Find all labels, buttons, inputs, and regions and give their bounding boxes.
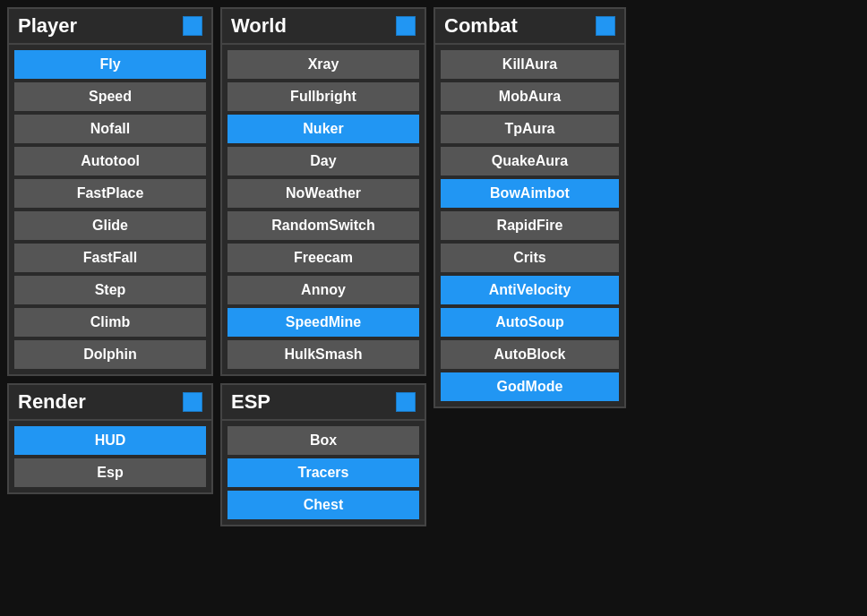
player-btn-fastplace[interactable]: FastPlace: [14, 179, 206, 208]
player-btn-fly[interactable]: Fly: [14, 50, 206, 79]
combat-panel-header: Combat: [435, 9, 624, 45]
world-btn-speedmine[interactable]: SpeedMine: [227, 308, 419, 337]
render-panel-header: Render: [9, 385, 211, 421]
esp-btn-chest[interactable]: Chest: [227, 491, 419, 519]
combat-btn-bowaimbot[interactable]: BowAimbot: [441, 179, 619, 208]
world-btn-day[interactable]: Day: [227, 147, 419, 175]
world-btn-randomswitch[interactable]: RandomSwitch: [227, 211, 419, 240]
combat-btn-rapidfire[interactable]: RapidFire: [441, 211, 619, 240]
world-btn-fullbright[interactable]: Fullbright: [227, 82, 419, 111]
world-panel-title: World: [231, 14, 287, 38]
combat-btn-autosoup[interactable]: AutoSoup: [441, 308, 619, 337]
esp-panel: ESP BoxTracersChest: [220, 383, 426, 526]
middle-column: World XrayFullbrightNukerDayNoWeatherRan…: [220, 7, 426, 526]
world-panel: World XrayFullbrightNukerDayNoWeatherRan…: [220, 7, 426, 376]
combat-btn-killaura[interactable]: KillAura: [441, 50, 619, 79]
player-panel-body: FlySpeedNofallAutotoolFastPlaceGlideFast…: [9, 45, 211, 374]
player-panel: Player FlySpeedNofallAutotoolFastPlaceGl…: [7, 7, 213, 376]
world-btn-noweather[interactable]: NoWeather: [227, 179, 419, 208]
combat-btn-antivelocity[interactable]: AntiVelocity: [441, 276, 619, 304]
render-panel-title: Render: [18, 390, 86, 414]
render-panel-body: HUDEsp: [9, 421, 211, 492]
esp-btn-tracers[interactable]: Tracers: [227, 458, 419, 487]
right-column: Combat KillAuraMobAuraTpAuraQuakeAuraBow…: [434, 7, 626, 408]
render-btn-esp[interactable]: Esp: [14, 458, 206, 487]
world-btn-xray[interactable]: Xray: [227, 50, 419, 79]
render-panel: Render HUDEsp: [7, 383, 213, 494]
world-panel-body: XrayFullbrightNukerDayNoWeatherRandomSwi…: [222, 45, 425, 374]
world-panel-header: World: [222, 9, 425, 45]
player-btn-glide[interactable]: Glide: [14, 211, 206, 240]
esp-panel-body: BoxTracersChest: [222, 421, 425, 525]
combat-btn-quakeaura[interactable]: QuakeAura: [441, 147, 619, 175]
world-btn-freecam[interactable]: Freecam: [227, 244, 419, 272]
esp-panel-title: ESP: [231, 390, 270, 414]
world-btn-hulksmash[interactable]: HulkSmash: [227, 340, 419, 369]
render-panel-toggle[interactable]: [183, 392, 202, 412]
combat-panel-title: Combat: [444, 14, 518, 38]
esp-panel-header: ESP: [222, 385, 425, 421]
combat-btn-autoblock[interactable]: AutoBlock: [441, 340, 619, 369]
player-btn-autotool[interactable]: Autotool: [14, 147, 206, 175]
combat-panel: Combat KillAuraMobAuraTpAuraQuakeAuraBow…: [434, 7, 626, 408]
combat-panel-body: KillAuraMobAuraTpAuraQuakeAuraBowAimbotR…: [435, 45, 624, 406]
player-btn-fastfall[interactable]: FastFall: [14, 244, 206, 272]
render-btn-hud[interactable]: HUD: [14, 426, 206, 455]
combat-panel-toggle[interactable]: [596, 16, 615, 36]
player-btn-speed[interactable]: Speed: [14, 82, 206, 111]
player-btn-dolphin[interactable]: Dolphin: [14, 340, 206, 369]
combat-btn-mobaura[interactable]: MobAura: [441, 82, 619, 111]
combat-btn-godmode[interactable]: GodMode: [441, 372, 619, 401]
left-column: Player FlySpeedNofallAutotoolFastPlaceGl…: [7, 7, 213, 494]
world-btn-annoy[interactable]: Annoy: [227, 276, 419, 304]
combat-btn-tpaura[interactable]: TpAura: [441, 115, 619, 143]
esp-btn-box[interactable]: Box: [227, 426, 419, 455]
player-btn-nofall[interactable]: Nofall: [14, 115, 206, 143]
combat-btn-crits[interactable]: Crits: [441, 244, 619, 272]
player-panel-header: Player: [9, 9, 211, 45]
world-panel-toggle[interactable]: [396, 16, 416, 36]
player-panel-toggle[interactable]: [183, 16, 202, 36]
player-btn-step[interactable]: Step: [14, 276, 206, 304]
esp-panel-toggle[interactable]: [396, 392, 416, 412]
player-btn-climb[interactable]: Climb: [14, 308, 206, 337]
player-panel-title: Player: [18, 14, 77, 38]
world-btn-nuker[interactable]: Nuker: [227, 115, 419, 143]
